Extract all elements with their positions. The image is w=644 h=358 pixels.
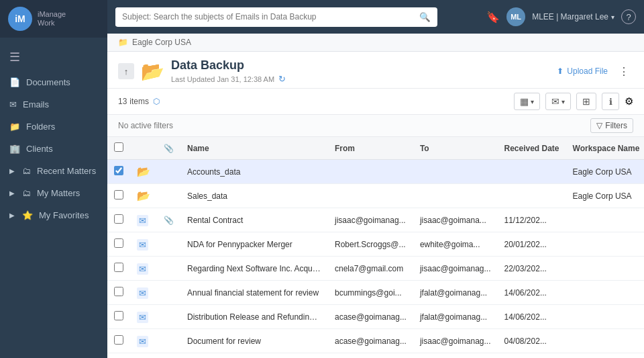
view-dropdown-icon: ▾ (531, 98, 534, 105)
row-checkbox[interactable] (114, 214, 123, 224)
sidebar-item-recent-matters[interactable]: ▶ 🗂 Recent Matters (0, 160, 107, 182)
back-button[interactable]: ↑ (118, 63, 134, 79)
row-date: 22/03/202... (498, 257, 566, 281)
folder-actions: ⬆ Upload File ⋮ (557, 64, 633, 79)
row-checkbox-cell (107, 305, 130, 329)
name-col-header[interactable]: Name (180, 137, 328, 160)
to-col-header[interactable]: To (413, 137, 498, 160)
table-row: ✉ Regarding Next Software Inc. Acquisiti… (107, 257, 644, 281)
search-box[interactable]: 🔍 (115, 7, 437, 27)
email-icon: ✉ (137, 215, 148, 226)
row-name[interactable]: Document for review (180, 329, 328, 353)
view-email-button[interactable]: ✉ ▾ (545, 93, 571, 110)
folder-icon: 📂 (137, 190, 150, 202)
table-container: 📎 Name From To Received Date Workspace N… (107, 137, 644, 358)
row-from: acase@goimanag... (328, 305, 413, 329)
table-row: ✉ Annual financial statement for review … (107, 281, 644, 305)
row-name[interactable]: NDA for Pennypacker Merger (180, 232, 328, 257)
row-name[interactable]: Annual financial statement for review (180, 281, 328, 305)
sidebar-item-clients[interactable]: 🏢 Clients (0, 138, 107, 160)
refresh-icon[interactable]: ↻ (278, 74, 286, 84)
table-row: 📂 Accounts_data Eagle Corp USA ⋮ (107, 160, 644, 184)
row-attach (157, 305, 180, 329)
row-workspace: Eagle Corp USA (566, 160, 644, 184)
row-workspace (566, 281, 644, 305)
row-attach (157, 184, 180, 208)
app-logo: iM iManage Work (0, 0, 107, 38)
row-name[interactable]: Regarding Next Software Inc. Acquisition… (180, 257, 328, 281)
folder-title: Data Backup (171, 58, 286, 73)
topbar-right: 🔖 ML MLEE | Margaret Lee ▾ ? (486, 7, 636, 26)
logo-icon: iM (8, 7, 32, 31)
gear-icon[interactable]: ⚙ (625, 95, 633, 107)
row-checkbox[interactable] (114, 238, 123, 248)
row-name[interactable]: Accounts_data (180, 160, 328, 184)
table-row: ✉ 📎 Rental Contract jisaac@goimanag... j… (107, 208, 644, 232)
hamburger-icon[interactable]: ☰ (0, 43, 107, 71)
documents-icon: 📄 (9, 77, 20, 87)
row-checkbox[interactable] (114, 263, 123, 272)
row-checkbox[interactable] (114, 287, 123, 296)
user-avatar[interactable]: ML (506, 7, 525, 26)
view-grid-button[interactable]: ⊞ (576, 93, 596, 110)
sidebar-item-label: Folders (26, 122, 55, 132)
info-button[interactable]: ℹ (602, 93, 619, 110)
row-name[interactable]: Distribution Release and Refunding Agre.… (180, 305, 328, 329)
main-content: 🔍 🔖 ML MLEE | Margaret Lee ▾ ? 📁 Eagle C… (107, 0, 644, 358)
select-all-col (107, 137, 130, 160)
upload-icon: ⬆ (557, 66, 564, 76)
row-checkbox[interactable] (114, 166, 123, 175)
row-checkbox-cell (107, 257, 130, 281)
export-icon[interactable]: ⬡ (153, 97, 160, 106)
row-checkbox-cell (107, 160, 130, 184)
breadcrumb: 📁 Eagle Corp USA (107, 34, 644, 52)
row-name[interactable]: Rental Contract (180, 208, 328, 232)
select-all-checkbox[interactable] (114, 142, 123, 152)
row-checkbox[interactable] (114, 190, 123, 199)
upload-file-button[interactable]: ⬆ Upload File (557, 66, 608, 76)
row-type-icon: ✉ (130, 208, 157, 232)
search-button[interactable]: 🔍 (413, 7, 437, 27)
row-type-icon: ✉ (130, 305, 157, 329)
folder-title-group: Data Backup Last Updated Jan 31, 12:38 A… (171, 58, 286, 84)
row-name[interactable]: Sales_data (180, 184, 328, 208)
item-count: 13 items ⬡ (118, 97, 160, 106)
sidebar-item-my-matters[interactable]: ▶ 🗂 My Matters (0, 182, 107, 204)
row-checkbox[interactable] (114, 335, 123, 345)
from-col-header[interactable]: From (328, 137, 413, 160)
files-table: 📎 Name From To Received Date Workspace N… (107, 137, 644, 353)
folder-more-button[interactable]: ⋮ (614, 64, 633, 79)
sidebar: iM iManage Work ☰ 📄 Documents ✉ Emails 📁… (0, 0, 107, 358)
row-to: jfalat@goimanag... (413, 305, 498, 329)
row-attach (157, 329, 180, 353)
chevron-icon: ▶ (9, 189, 15, 197)
filter-button[interactable]: ▽ Filters (590, 118, 633, 133)
folder-icon: 📂 (137, 166, 150, 177)
table-row: ✉ Distribution Release and Refunding Agr… (107, 305, 644, 329)
row-checkbox-cell (107, 281, 130, 305)
view-table-button[interactable]: ▦ ▾ (514, 93, 540, 110)
bookmark-icon[interactable]: 🔖 (486, 11, 500, 24)
search-input[interactable] (115, 7, 413, 26)
row-checkbox-cell (107, 208, 130, 232)
row-workspace (566, 305, 644, 329)
sidebar-item-documents[interactable]: 📄 Documents (0, 71, 107, 93)
chevron-icon: ▶ (9, 212, 15, 219)
sidebar-item-folders[interactable]: 📁 Folders (0, 116, 107, 138)
folder-large-icon: 📂 (141, 60, 164, 83)
email-icon: ✉ (137, 287, 148, 299)
email-icon: ✉ (137, 239, 148, 251)
breadcrumb-item[interactable]: Eagle Corp USA (132, 38, 191, 47)
table-row: 📂 Sales_data Eagle Corp USA ⋮ (107, 184, 644, 208)
row-type-icon: ✉ (130, 257, 157, 281)
date-col-header[interactable]: Received Date (498, 137, 566, 160)
sidebar-item-my-favorites[interactable]: ▶ ⭐ My Favorites (0, 204, 107, 226)
row-from: cnela7@gmail.com (328, 257, 413, 281)
user-info[interactable]: MLEE | Margaret Lee ▾ (532, 12, 614, 21)
sidebar-item-emails[interactable]: ✉ Emails (0, 93, 107, 116)
row-type-icon: ✉ (130, 329, 157, 353)
workspace-col-header[interactable]: Workspace Name (566, 137, 644, 160)
row-checkbox[interactable] (114, 311, 123, 320)
help-icon[interactable]: ? (621, 9, 636, 24)
my-favorites-icon: ⭐ (22, 210, 33, 220)
